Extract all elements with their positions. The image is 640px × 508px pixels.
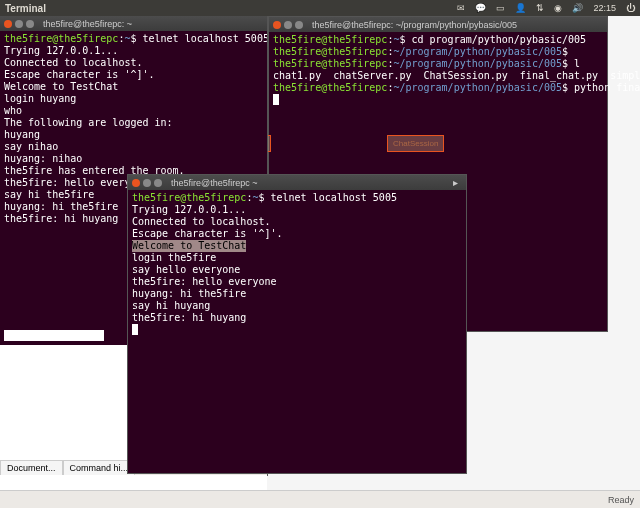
terminal-line: say nihao bbox=[4, 141, 263, 153]
mail-icon[interactable]: ✉ bbox=[457, 3, 465, 13]
maximize-icon[interactable] bbox=[26, 20, 34, 28]
terminal-line bbox=[132, 324, 462, 336]
terminal-line: Connected to localhost. bbox=[132, 216, 462, 228]
terminal-window-3[interactable]: the5fire@the5firepc ~ ▸ the5fire@the5fir… bbox=[127, 174, 467, 474]
close-icon[interactable] bbox=[273, 21, 281, 29]
terminal-line: login huyang bbox=[4, 93, 263, 105]
msg-icon[interactable]: 💬 bbox=[475, 3, 486, 13]
terminal-line: huyang bbox=[4, 129, 263, 141]
terminal-line: Welcome to TestChat bbox=[4, 81, 263, 93]
terminal-line: huyang: hi the5fire bbox=[132, 288, 462, 300]
user-icon[interactable]: 👤 bbox=[515, 3, 526, 13]
clock[interactable]: 22:15 bbox=[593, 3, 616, 13]
terminal-line bbox=[273, 94, 603, 106]
window-title-1: the5fire@the5firepc: ~ bbox=[43, 19, 132, 29]
terminal-line: say hello everyone bbox=[132, 264, 462, 276]
minimize-icon[interactable] bbox=[15, 20, 23, 28]
bg-label-chatsession: ChatSession bbox=[387, 135, 444, 152]
power-icon[interactable]: ⏻ bbox=[626, 3, 635, 13]
terminal-line: the5fire@the5firepc:~$ telnet localhost … bbox=[4, 33, 263, 45]
wifi-icon[interactable]: ◉ bbox=[554, 3, 562, 13]
terminal-line: who bbox=[4, 105, 263, 117]
titlebar-2[interactable]: the5fire@the5firepc: ~/program/python/py… bbox=[269, 17, 607, 32]
minimize-icon[interactable] bbox=[143, 179, 151, 187]
terminal-line: Escape character is '^]'. bbox=[132, 228, 462, 240]
terminal-line: Trying 127.0.0.1... bbox=[132, 204, 462, 216]
terminal-line: Connected to localhost. bbox=[4, 57, 263, 69]
titlebar-3[interactable]: the5fire@the5firepc ~ ▸ bbox=[128, 175, 466, 190]
terminal-line: the5fire: hi huyang bbox=[132, 312, 462, 324]
pointer-icon: ▸ bbox=[453, 177, 462, 188]
close-icon[interactable] bbox=[4, 20, 12, 28]
terminal-line: Welcome to TestChat bbox=[132, 240, 462, 252]
terminal-line: huyang: nihao bbox=[4, 153, 263, 165]
top-menubar: Terminal ✉ 💬 ▭ 👤 ⇅ ◉ 🔊 22:15 ⏻ bbox=[0, 0, 640, 16]
window-title-3: the5fire@the5firepc ~ bbox=[171, 178, 257, 188]
tab-document[interactable]: Document... bbox=[0, 460, 63, 475]
terminal-line: Trying 127.0.0.1... bbox=[4, 45, 263, 57]
terminal-line: Escape character is '^]'. bbox=[4, 69, 263, 81]
close-icon[interactable] bbox=[132, 179, 140, 187]
status-text: Ready bbox=[608, 495, 634, 505]
terminal-line: the5fire@the5firepc:~$ telnet localhost … bbox=[132, 192, 462, 204]
volume-icon[interactable]: 🔊 bbox=[572, 3, 583, 13]
terminal-line: The following are logged in: bbox=[4, 117, 263, 129]
folder-icon[interactable]: ▭ bbox=[496, 3, 505, 13]
terminal-content-2[interactable]: the5fire@the5firepc:~$ cd program/python… bbox=[269, 32, 607, 108]
tab-command-history[interactable]: Command hi... bbox=[63, 460, 136, 475]
terminal-line: login the5fire bbox=[132, 252, 462, 264]
statusbar: Ready bbox=[0, 490, 640, 508]
menubar-tray: ✉ 💬 ▭ 👤 ⇅ ◉ 🔊 22:15 ⏻ bbox=[457, 3, 635, 13]
maximize-icon[interactable] bbox=[295, 21, 303, 29]
maximize-icon[interactable] bbox=[154, 179, 162, 187]
terminal-line: chat1.py chatServer.py ChatSession.py fi… bbox=[273, 70, 603, 82]
input-cursor-line[interactable] bbox=[4, 330, 104, 341]
menubar-title: Terminal bbox=[5, 3, 46, 14]
window-title-2: the5fire@the5firepc: ~/program/python/py… bbox=[312, 20, 517, 30]
terminal-line: say hi huyang bbox=[132, 300, 462, 312]
terminal-line: the5fire@the5firepc:~/program/python/pyb… bbox=[273, 58, 603, 70]
titlebar-1[interactable]: the5fire@the5firepc: ~ bbox=[0, 16, 267, 31]
terminal-line: the5fire@the5firepc:~/program/python/pyb… bbox=[273, 82, 603, 94]
terminal-line: the5fire@the5firepc:~$ cd program/python… bbox=[273, 34, 603, 46]
terminal-content-3[interactable]: the5fire@the5firepc:~$ telnet localhost … bbox=[128, 190, 466, 338]
minimize-icon[interactable] bbox=[284, 21, 292, 29]
network-icon[interactable]: ⇅ bbox=[536, 3, 544, 13]
terminal-line: the5fire: hello everyone bbox=[132, 276, 462, 288]
terminal-line: the5fire@the5firepc:~/program/python/pyb… bbox=[273, 46, 603, 58]
